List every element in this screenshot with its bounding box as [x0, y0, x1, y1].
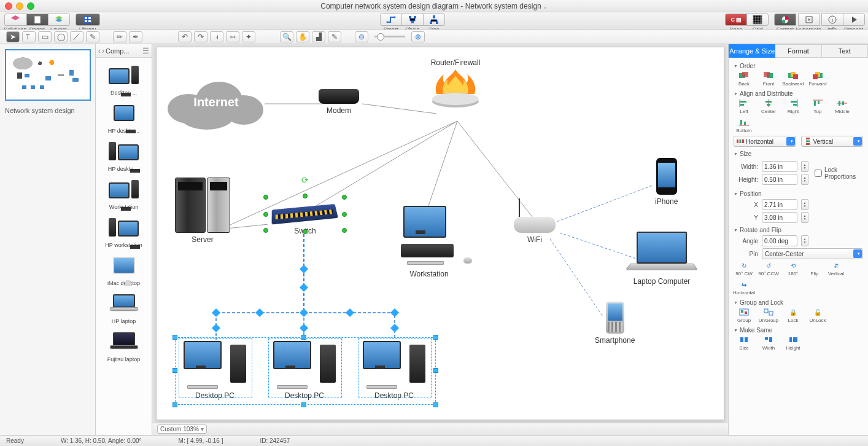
rotate-180-button[interactable]: ⟲180° [783, 261, 804, 276]
height-stepper[interactable]: ▲▼ [801, 174, 808, 185]
node-desktop-pc[interactable]: Desktop PC [271, 341, 338, 400]
solutions-button[interactable] [4, 14, 26, 26]
node-modem[interactable]: Modem [319, 89, 359, 115]
section-size[interactable]: Size [734, 151, 863, 157]
distribute-vertical-dropdown[interactable]: Vertical▾ [801, 136, 864, 147]
rotate-left-button[interactable]: ↶ [178, 31, 192, 42]
misc-tool[interactable]: ✦ [242, 31, 255, 42]
library-item[interactable]: iMac desktop [97, 251, 150, 286]
layers-button[interactable] [48, 14, 70, 26]
order-forward-button[interactable]: Forward [807, 71, 828, 87]
page-name[interactable]: Network system design [5, 107, 90, 114]
library-menu-button[interactable]: ☰ [142, 47, 149, 55]
canvas[interactable]: Internet Modem Router/Firewall Server [156, 47, 724, 420]
library-item[interactable]: HP laptop [97, 289, 150, 324]
width-input[interactable]: 1.36 in [762, 161, 797, 172]
node-workstation[interactable]: Workstation [392, 206, 466, 278]
ellipse-tool[interactable]: ◯ [54, 31, 68, 42]
rotate-right-button[interactable]: ↷ [194, 31, 207, 42]
zoom-dropdown[interactable]: Custom 103%▾ [157, 424, 207, 434]
width-stepper[interactable]: ▲▼ [801, 161, 808, 172]
ungroup-button[interactable]: UnGroup [758, 308, 779, 323]
tab-arrange-size[interactable]: Arrange & Size [729, 44, 775, 58]
pin-dropdown[interactable]: Center-Center▾ [762, 248, 863, 259]
rotate-handle-icon[interactable]: ⟳ [301, 175, 309, 185]
library-item[interactable]: Workstation [97, 174, 150, 210]
library-item[interactable]: HP deskto ... [97, 136, 150, 172]
same-size-button[interactable]: Size [734, 335, 754, 351]
flip-vertical-button[interactable]: ⇵Vertical [826, 261, 847, 276]
unlock-button[interactable]: 🔓UnLock [807, 308, 828, 323]
library-item[interactable]: HP deskto ... [97, 98, 150, 134]
zoom-out-button[interactable]: ⊖ [355, 31, 368, 42]
order-backward-button[interactable]: Backward [783, 71, 804, 87]
align-left-button[interactable]: Left [734, 99, 754, 114]
present-button[interactable] [843, 14, 865, 26]
eyedropper-tool[interactable]: ✎ [86, 31, 99, 42]
height-input[interactable]: 0.50 in [762, 174, 797, 185]
y-input[interactable]: 3.08 in [762, 212, 797, 223]
section-group[interactable]: Group and Lock [734, 299, 863, 306]
library-category[interactable]: Comp... [106, 47, 141, 55]
library-button[interactable] [76, 14, 100, 26]
node-desktop-pc[interactable]: Desktop PC [181, 341, 249, 400]
page-thumbnail[interactable] [5, 49, 91, 101]
order-back-button[interactable]: Back [734, 71, 754, 87]
chain-button[interactable] [401, 14, 424, 26]
hypernote-button[interactable] [798, 14, 820, 26]
pen-tool[interactable]: ✒ [129, 31, 142, 42]
zoom-tool[interactable]: 🔍 [280, 31, 293, 42]
zoom-in-button[interactable]: ⊕ [411, 31, 425, 42]
section-order[interactable]: Order [734, 63, 863, 69]
lock-button[interactable]: 🔒Lock [783, 308, 804, 323]
distribute-horizontal-dropdown[interactable]: Horizontal▾ [734, 136, 796, 147]
picker-tool[interactable]: ✎ [328, 31, 341, 42]
tree-button[interactable] [423, 14, 445, 26]
rect-tool[interactable]: ▭ [38, 31, 52, 42]
align-bottom-button[interactable]: Bottom [734, 118, 754, 133]
flip-horizontal-button[interactable]: ⇆Horizontal [734, 280, 754, 295]
tab-format[interactable]: Format [775, 44, 821, 58]
node-router-firewall[interactable]: Router/Firewall [429, 58, 482, 110]
node-laptop[interactable]: Laptop Computer [628, 232, 696, 286]
library-item[interactable]: Fujitsu laptop [97, 327, 150, 362]
tab-text[interactable]: Text [822, 44, 868, 58]
node-desktop-pc[interactable]: Desktop PC [360, 341, 428, 400]
align-top-button[interactable]: Top [807, 99, 828, 114]
order-front-button[interactable]: Front [758, 71, 779, 87]
library-item[interactable]: HP workstation [97, 213, 150, 248]
align-right-button[interactable]: Right [783, 99, 804, 114]
rotate-cw-button[interactable]: ↻90° CW [734, 261, 754, 276]
node-iphone[interactable]: iPhone [655, 158, 678, 206]
group-button[interactable]: Group [734, 308, 754, 323]
library-forward-button[interactable]: › [102, 47, 104, 55]
y-stepper[interactable]: ▲▼ [801, 212, 808, 223]
library-back-button[interactable]: ‹ [98, 47, 101, 55]
same-height-button[interactable]: Height [783, 335, 804, 351]
zoom-slider[interactable] [374, 36, 405, 37]
rotate-ccw-button[interactable]: ↺90° CCW [758, 261, 779, 276]
lock-proportions-checkbox[interactable]: Lock Proportions [815, 159, 863, 187]
brush-tool[interactable]: ✏ [113, 31, 126, 42]
format-panel-button[interactable] [774, 14, 796, 26]
node-switch[interactable]: ⟳ Switch [266, 197, 344, 235]
snap-button[interactable]: C ▤ [725, 14, 747, 26]
pointer-tool[interactable]: ➤ [6, 31, 20, 42]
info-button[interactable]: i [821, 14, 843, 26]
section-make-same[interactable]: Make Same [734, 327, 863, 334]
library-item[interactable]: Desktop ... [97, 60, 150, 96]
crop-tool[interactable]: ▟ [312, 31, 325, 42]
same-width-button[interactable]: Width [758, 335, 779, 351]
section-position[interactable]: Position [734, 190, 863, 197]
x-input[interactable]: 2.71 in [762, 199, 797, 210]
node-internet[interactable]: Internet [164, 72, 268, 133]
angle-input[interactable]: 0.00 deg [762, 235, 797, 246]
node-wifi[interactable]: WiFi [514, 198, 556, 244]
text-tool[interactable]: T [22, 31, 36, 42]
align-middle-button[interactable]: Middle [832, 99, 853, 114]
distribute-button[interactable]: ⇿ [226, 31, 239, 42]
title-dropdown-icon[interactable]: ⌄ [543, 4, 548, 10]
section-rotate[interactable]: Rotate and Flip [734, 227, 863, 233]
pages-button[interactable] [26, 14, 48, 26]
section-align[interactable]: Align and Distribute [734, 90, 863, 97]
